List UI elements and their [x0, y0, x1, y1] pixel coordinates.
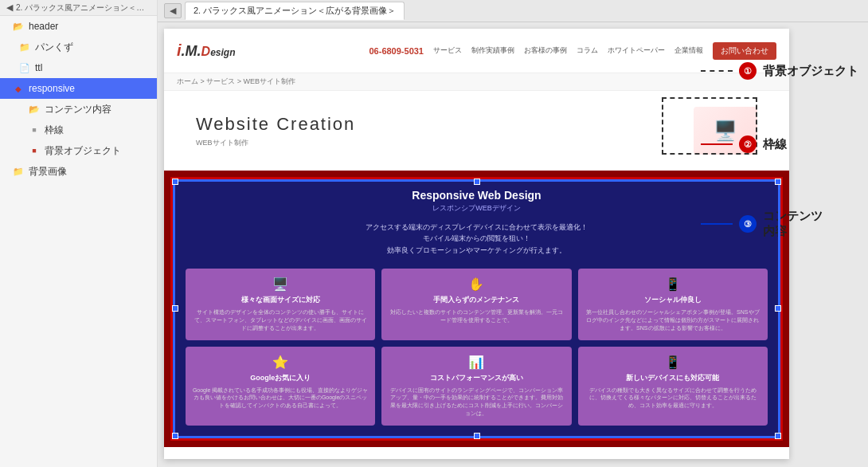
annotation-2-badge: ②: [739, 135, 757, 153]
feature-icon-0: 🖥️: [192, 277, 369, 292]
annotation-2-line: [701, 143, 733, 145]
feature-title-3: Googleお気に入り: [192, 373, 369, 383]
tab-back-button[interactable]: ◀: [164, 3, 182, 18]
folder-icon-bg: [13, 166, 24, 177]
feature-desc-0: サイト構造のデザインを全体のコンテンツの使い勝手も、サイトにて、スマートフォン、…: [192, 308, 369, 332]
section-subtitle: レスポンシブWEBデザイン: [182, 203, 771, 214]
sidebar-item-pankuzu[interactable]: パンくず: [0, 37, 157, 57]
feature-icon-1: ✋: [388, 277, 565, 292]
ws-nav-whitepaper: ホワイトペーパー: [608, 45, 665, 56]
section-title: Responsive Web Design: [182, 189, 771, 202]
annotation-3-badge: ③: [739, 215, 757, 233]
responsive-section-outer: ≡ Responsive Web Design レスポンシブWEBデザイン アク…: [164, 171, 789, 447]
annotation-2: ② 枠線: [701, 135, 860, 153]
ws-nav-clients: お客様の事例: [524, 45, 567, 56]
feature-desc-4: デバイスに固有のサイトのランディングページで、コンバーション率アップ、量・中の一…: [388, 387, 565, 418]
annotation-3-line: [701, 223, 733, 225]
feature-icon-2: 📱: [585, 277, 761, 292]
features-grid: 🖥️ 様々な画面サイズに対応 サイト構造のデザインを全体のコンテンツの使い勝手も…: [182, 265, 771, 429]
feature-title-2: ソーシャル仲良し: [585, 295, 761, 305]
ws-cta-button[interactable]: お問い合わせ: [713, 42, 776, 60]
website-logo: i.M.Design: [177, 41, 236, 60]
handle-br: [775, 433, 781, 439]
handle-tl: [172, 179, 178, 185]
folder-open-icon: [13, 21, 24, 32]
folder-open-icon-contents: [29, 104, 40, 115]
section-desc-line2: モバイル端末からの閲覧を狙い！: [198, 233, 755, 244]
tab-active[interactable]: 2. パラックス風アニメーション＜広がる背景画像＞: [185, 2, 405, 20]
feature-icon-5: 📱: [585, 355, 761, 370]
ws-nav-company: 企業情報: [674, 45, 703, 56]
sidebar-item-header[interactable]: header: [0, 16, 157, 37]
feature-desc-5: デバイスの種類でも大きく異なるサイズに合わせて調整を行うために、切換えてくる様々…: [585, 387, 761, 410]
sidebar-item-bg-obj[interactable]: 背景オブジェクト: [0, 140, 157, 161]
folder-icon: [19, 41, 30, 53]
hero-section: Website Creation WEBサイト制作 🖥️: [164, 91, 789, 171]
feature-desc-1: 対応したいと複数のサイトのコンテンツ管理、更新業を解消。一元コード管理を使用する…: [388, 308, 565, 324]
feature-card-1: ✋ 手間入らずのメンテナンス 対応したいと複数のサイトのコンテンツ管理、更新業を…: [381, 269, 571, 339]
main-content: ◀ 2. パラックス風アニメーション＜広がる背景画像＞ i.M.Design 0…: [158, 0, 868, 467]
hero-text: Website Creation WEBサイト制作: [196, 114, 355, 148]
sidebar-label-wakusen: 枠線: [45, 124, 64, 137]
sidebar-label-bg-obj: 背景オブジェクト: [45, 144, 121, 158]
annotation-3-label: コンテンツ 内容: [763, 209, 823, 239]
annotations-panel: ① 背景オブジェクト ② 枠線 ③ コンテンツ 内容: [701, 62, 860, 239]
annotation-1-badge: ①: [739, 62, 757, 80]
sidebar-label-ttl: ttl: [35, 62, 42, 73]
back-arrow[interactable]: ◀: [6, 2, 13, 13]
feature-card-3: ⭐ Googleお気に入り Google 掲載されている名手成功各事例にも役場、…: [186, 347, 375, 426]
feature-title-0: 様々な画面サイズに対応: [192, 295, 369, 305]
website-hero: Website Creation WEBサイト制作 🖥️: [164, 91, 789, 171]
tab-bar: ◀ 2. パラックス風アニメーション＜広がる背景画像＞: [158, 0, 868, 22]
feature-title-1: 手間入らずのメンテナンス: [388, 295, 565, 305]
sidebar-label-pankuzu: パンくず: [35, 41, 73, 54]
section-desc-line3: 効率良くプロモーションやマーケティングが行えます。: [198, 245, 755, 256]
sidebar-label-responsive: responsive: [29, 83, 75, 94]
section-desc-line1: アクセスする端末のディスプレイデバイスに合わせて表示を最適化！: [198, 222, 755, 233]
sidebar: ◀ 2. パラックス風アニメーション＜広がる背景画像＞ header パンくず …: [0, 0, 158, 467]
hero-title: Website Creation: [196, 114, 355, 135]
sidebar-label-bg-image: 背景画像: [29, 165, 67, 179]
sidebar-item-bg-image[interactable]: 背景画像: [0, 161, 157, 182]
file-icon: [19, 62, 30, 73]
feature-card-0: 🖥️ 様々な画面サイズに対応 サイト構造のデザインを全体のコンテンツの使い勝手も…: [186, 269, 375, 339]
handle-ml: [172, 305, 178, 312]
breadcrumb-path: ホーム > サービス > WEBサイト制作: [177, 77, 295, 85]
feature-title-4: コストパフォーマンスが高い: [388, 373, 565, 383]
website-header: i.M.Design 06-6809-5031 サービス 制作実績事例 お客様の…: [164, 29, 789, 73]
feature-desc-2: 第一位社員し合わせのソーシャルシェアボタン事例が登場。SNSやブログ中のインク先…: [585, 308, 761, 332]
hero-subtitle: WEBサイト制作: [196, 138, 355, 148]
ws-nav-works: 制作実績事例: [471, 45, 514, 56]
handle-bm: [474, 433, 480, 439]
sidebar-item-wakusen[interactable]: 枠線: [0, 120, 157, 140]
annotation-2-label: 枠線: [763, 137, 787, 152]
website-nav: 06-6809-5031 サービス 制作実績事例 お客様の事例 コラム ホワイト…: [369, 42, 776, 60]
handle-bl: [172, 433, 178, 439]
tab-title: 2. パラックス風アニメーション＜広がる背景画像＞: [194, 6, 396, 15]
sidebar-label-header: header: [29, 21, 58, 32]
feature-title-5: 新しいデバイスにも対応可能: [585, 373, 761, 383]
feature-desc-3: Google 掲載されている名手成功各事例にも役場、直接的なよりゲジャカも良い値…: [192, 387, 369, 410]
feature-card-5: 📱 新しいデバイスにも対応可能 デバイスの種類でも大きく異なるサイズに合わせて調…: [578, 347, 768, 426]
sidebar-item-ttl[interactable]: ttl: [0, 57, 157, 78]
diamond-icon: [13, 83, 24, 94]
handle-tm: [474, 179, 480, 185]
annotation-3: ③ コンテンツ 内容: [701, 209, 860, 239]
website-preview: i.M.Design 06-6809-5031 サービス 制作実績事例 お客様の…: [164, 29, 789, 459]
responsive-section-inner: ≡ Responsive Web Design レスポンシブWEBデザイン アク…: [170, 177, 783, 441]
square-icon-wakusen: [29, 124, 40, 135]
breadcrumb-text: 2. パラックス風アニメーション＜広がる背景画像＞: [16, 2, 151, 14]
preview-area: i.M.Design 06-6809-5031 サービス 制作実績事例 お客様の…: [158, 22, 868, 467]
sidebar-item-responsive[interactable]: responsive: [0, 78, 157, 99]
sidebar-item-contents[interactable]: コンテンツ内容: [0, 99, 157, 120]
feature-icon-4: 📊: [388, 355, 565, 370]
ws-phone: 06-6809-5031: [369, 46, 424, 56]
ws-nav-service: サービス: [433, 45, 462, 56]
sidebar-breadcrumb[interactable]: ◀ 2. パラックス風アニメーション＜広がる背景画像＞: [0, 0, 157, 16]
annotation-1-label: 背景オブジェクト: [763, 64, 858, 79]
sidebar-label-contents: コンテンツ内容: [45, 103, 111, 116]
annotation-1-line: [701, 70, 733, 72]
feature-icon-3: ⭐: [192, 355, 369, 370]
website-breadcrumb: ホーム > サービス > WEBサイト制作: [164, 73, 789, 91]
annotation-1: ① 背景オブジェクト: [701, 62, 860, 80]
